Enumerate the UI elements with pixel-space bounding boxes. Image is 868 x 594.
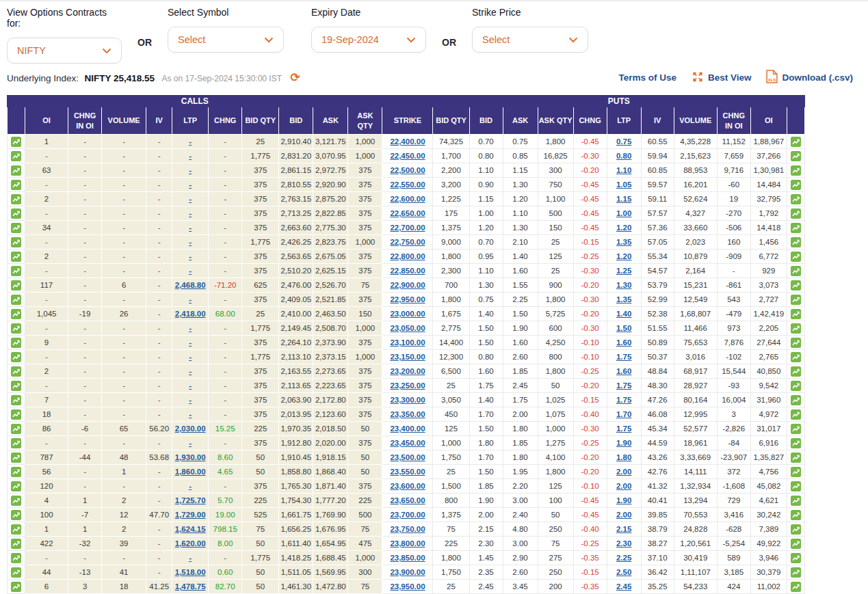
ltp-link[interactable]: 1.75 [616, 353, 631, 361]
chart-icon[interactable] [791, 208, 801, 219]
instrument-select[interactable]: NIFTY [7, 38, 122, 64]
chart-icon[interactable] [11, 352, 21, 362]
chart-icon[interactable] [11, 381, 21, 391]
ltp-link[interactable]: - [189, 195, 192, 203]
strike-link[interactable]: 23,950.00 [390, 582, 425, 591]
ltp-link[interactable]: 2.50 [616, 568, 631, 576]
chart-icon[interactable] [791, 524, 801, 535]
strike-link[interactable]: 23,600.00 [390, 482, 425, 490]
ltp-link[interactable]: 1.30 [616, 281, 631, 289]
ltp-link[interactable]: 1.50 [616, 324, 631, 332]
ltp-link[interactable]: 1.00 [616, 209, 631, 217]
chart-icon[interactable] [791, 567, 801, 578]
strike-link[interactable]: 22,850.00 [390, 267, 425, 275]
ltp-link[interactable]: 2,030.00 [175, 424, 206, 433]
ltp-link[interactable]: - [189, 439, 192, 447]
strike-link[interactable]: 23,100.00 [390, 338, 425, 347]
chart-icon[interactable] [11, 366, 21, 377]
ltp-link[interactable]: 1,518.00 [175, 568, 206, 576]
chart-icon[interactable] [791, 424, 801, 434]
ltp-link[interactable]: - [189, 295, 192, 303]
chart-icon[interactable] [11, 266, 21, 276]
strike-select[interactable]: Select [472, 27, 588, 53]
strike-link[interactable]: 22,550.00 [390, 180, 425, 189]
ltp-link[interactable]: 1,620.00 [175, 539, 206, 548]
chart-icon[interactable] [11, 295, 21, 305]
ltp-link[interactable]: - [189, 381, 192, 390]
chart-icon[interactable] [11, 481, 21, 491]
strike-link[interactable]: 22,700.00 [390, 224, 425, 232]
ltp-link[interactable]: - [189, 252, 192, 260]
chart-icon[interactable] [791, 453, 801, 463]
ltp-link[interactable]: 2.25 [616, 554, 631, 562]
chart-icon[interactable] [791, 467, 801, 477]
chart-icon[interactable] [791, 438, 801, 448]
download-csv-button[interactable]: XLS Download (.csv) [766, 70, 853, 85]
ltp-link[interactable]: 1.75 [616, 396, 631, 404]
chart-icon[interactable] [791, 366, 801, 377]
chart-icon[interactable] [11, 280, 21, 291]
chart-icon[interactable] [791, 338, 801, 348]
ltp-link[interactable]: 1.20 [616, 252, 631, 260]
ltp-link[interactable]: 1.35 [616, 295, 631, 303]
strike-link[interactable]: 23,550.00 [390, 468, 425, 476]
chart-icon[interactable] [11, 582, 21, 592]
ltp-link[interactable]: 2.00 [616, 511, 631, 519]
ltp-link[interactable]: 1.20 [616, 224, 631, 232]
ltp-link[interactable]: - [189, 554, 192, 562]
chart-icon[interactable] [791, 295, 801, 305]
ltp-link[interactable]: 2.00 [616, 468, 631, 476]
chart-icon[interactable] [11, 496, 21, 506]
chart-icon[interactable] [11, 524, 21, 535]
strike-link[interactable]: 23,650.00 [390, 496, 425, 504]
chart-icon[interactable] [791, 266, 801, 276]
chart-icon[interactable] [11, 151, 21, 161]
ltp-link[interactable]: - [189, 166, 192, 174]
chart-icon[interactable] [11, 194, 21, 204]
chart-icon[interactable] [791, 151, 801, 161]
ltp-link[interactable]: 0.80 [616, 152, 631, 160]
chart-icon[interactable] [11, 409, 21, 420]
chart-icon[interactable] [11, 323, 21, 334]
ltp-link[interactable]: 1.90 [616, 496, 631, 504]
chart-icon[interactable] [11, 223, 21, 233]
chart-icon[interactable] [11, 309, 21, 319]
strike-link[interactable]: 23,500.00 [390, 453, 425, 461]
strike-link[interactable]: 22,500.00 [390, 166, 425, 174]
ltp-link[interactable]: - [189, 353, 192, 361]
strike-link[interactable]: 23,900.00 [390, 568, 425, 576]
ltp-link[interactable]: - [189, 338, 192, 347]
strike-link[interactable]: 23,250.00 [390, 381, 425, 390]
ltp-link[interactable]: 1,725.70 [175, 496, 206, 504]
chart-icon[interactable] [11, 510, 21, 520]
symbol-select[interactable]: Select [168, 27, 284, 53]
strike-link[interactable]: 23,750.00 [390, 525, 425, 533]
chart-icon[interactable] [791, 395, 801, 405]
strike-link[interactable]: 22,750.00 [390, 238, 425, 246]
ltp-link[interactable]: 2.15 [616, 525, 631, 533]
strike-link[interactable]: 23,850.00 [390, 554, 425, 562]
chart-icon[interactable] [791, 323, 801, 334]
strike-link[interactable]: 23,700.00 [390, 511, 425, 519]
chart-icon[interactable] [791, 381, 801, 391]
strike-link[interactable]: 23,150.00 [390, 353, 425, 361]
chart-icon[interactable] [11, 567, 21, 578]
strike-link[interactable]: 23,450.00 [390, 439, 425, 447]
strike-link[interactable]: 23,200.00 [390, 367, 425, 375]
ltp-link[interactable]: - [189, 180, 192, 189]
strike-link[interactable]: 22,600.00 [390, 195, 425, 203]
chart-icon[interactable] [11, 553, 21, 563]
chart-icon[interactable] [791, 539, 801, 549]
chart-icon[interactable] [11, 252, 21, 262]
ltp-link[interactable]: - [189, 324, 192, 332]
ltp-link[interactable]: 1.80 [616, 453, 631, 461]
ltp-link[interactable]: - [189, 238, 192, 246]
chart-icon[interactable] [11, 137, 21, 147]
ltp-link[interactable]: 2,418.00 [175, 310, 206, 318]
strike-link[interactable]: 22,450.00 [390, 152, 425, 160]
chart-icon[interactable] [791, 481, 801, 491]
ltp-link[interactable]: - [189, 224, 192, 232]
ltp-link[interactable]: - [189, 367, 192, 375]
ltp-link[interactable]: 0.75 [616, 137, 631, 146]
ltp-link[interactable]: 1.70 [616, 410, 631, 418]
